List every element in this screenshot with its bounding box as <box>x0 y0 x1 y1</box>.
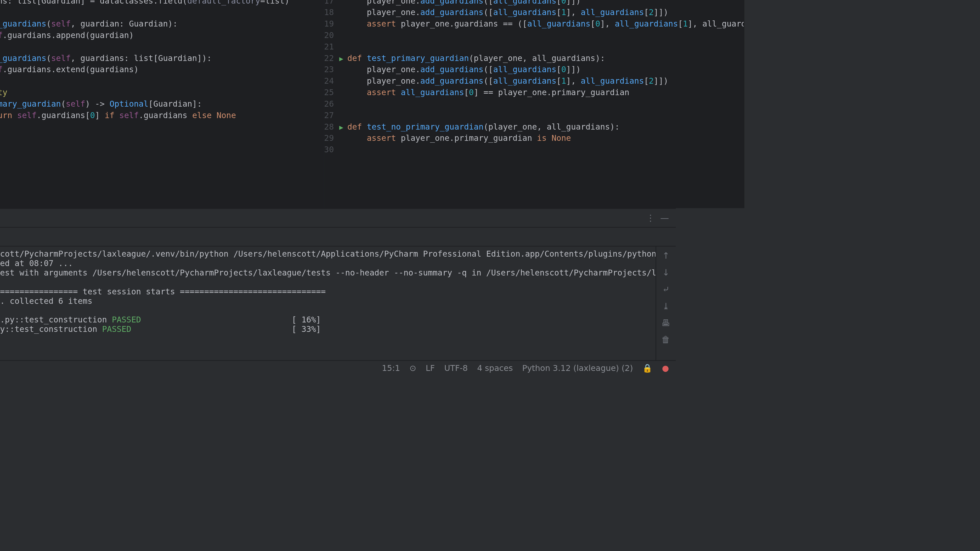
encoding[interactable]: UTF-8 <box>444 363 468 373</box>
interpreter[interactable]: Python 3.12 (laxleague) (2) <box>522 363 633 373</box>
clear-icon[interactable]: 🗑 <box>662 335 670 345</box>
editor-left: ●player.py× ●guardian.py ⋮ ✓ 12345678910… <box>0 0 324 208</box>
print-icon[interactable]: 🖶 <box>662 318 670 328</box>
down-icon[interactable]: ↓ <box>662 267 670 278</box>
right-tool-rail <box>744 0 756 208</box>
run-tool-window: Run pytest in tests ⋮ — ▶ ↻ ■ ☰ ⎚ ✓ ⊘ ↕ … <box>0 208 676 360</box>
console-output[interactable]: /Users/helenscott/PycharmProjects/laxlea… <box>0 246 655 360</box>
lock-icon[interactable]: 🔒 <box>642 363 652 373</box>
caret-position[interactable]: 15:1 <box>382 363 400 373</box>
code-editor[interactable]: import dataclassesfrom typing import Opt… <box>0 0 323 208</box>
line-ending-icon[interactable]: ⊙ <box>409 363 416 373</box>
soft-wrap-icon[interactable]: ⤶ <box>662 284 670 294</box>
line-ending[interactable]: LF <box>426 363 435 373</box>
minimize-icon[interactable]: — <box>660 213 669 223</box>
error-badge[interactable]: ● <box>662 363 669 373</box>
status-bar: ▢ laxleague› tests› ●test_player.py 15:1… <box>0 360 676 375</box>
code-editor[interactable]: def test_construction(player_one): asser… <box>343 0 744 208</box>
scroll-end-icon[interactable]: ⤓ <box>662 301 670 311</box>
up-icon[interactable]: ↑ <box>662 251 670 261</box>
more-icon[interactable]: ⋮ <box>646 213 655 223</box>
editor-right: ●test_player.py× ●conftest.py ●test_guar… <box>324 0 744 208</box>
indent[interactable]: 4 spaces <box>477 363 513 373</box>
